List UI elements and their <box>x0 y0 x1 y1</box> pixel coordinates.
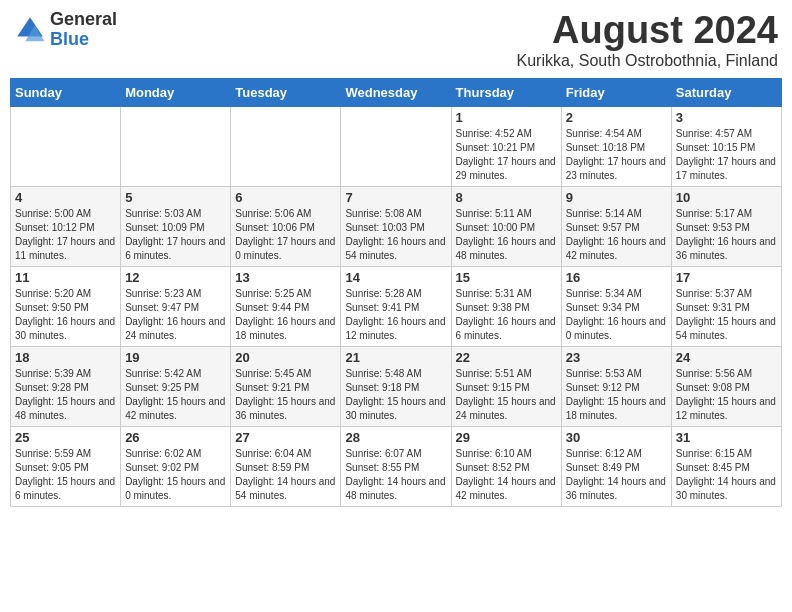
title-block: August 2024 Kurikka, South Ostrobothnia,… <box>517 10 778 70</box>
day-number: 1 <box>456 110 557 125</box>
day-number: 13 <box>235 270 336 285</box>
day-number: 12 <box>125 270 226 285</box>
weekday-header-friday: Friday <box>561 78 671 106</box>
calendar-cell: 27Sunrise: 6:04 AM Sunset: 8:59 PM Dayli… <box>231 426 341 506</box>
day-number: 19 <box>125 350 226 365</box>
calendar-week-row: 18Sunrise: 5:39 AM Sunset: 9:28 PM Dayli… <box>11 346 782 426</box>
day-info: Sunrise: 5:28 AM Sunset: 9:41 PM Dayligh… <box>345 287 446 343</box>
calendar-cell: 19Sunrise: 5:42 AM Sunset: 9:25 PM Dayli… <box>121 346 231 426</box>
day-number: 29 <box>456 430 557 445</box>
calendar-cell: 14Sunrise: 5:28 AM Sunset: 9:41 PM Dayli… <box>341 266 451 346</box>
day-info: Sunrise: 5:11 AM Sunset: 10:00 PM Daylig… <box>456 207 557 263</box>
calendar-cell: 4Sunrise: 5:00 AM Sunset: 10:12 PM Dayli… <box>11 186 121 266</box>
weekday-header-thursday: Thursday <box>451 78 561 106</box>
day-info: Sunrise: 5:59 AM Sunset: 9:05 PM Dayligh… <box>15 447 116 503</box>
day-number: 7 <box>345 190 446 205</box>
day-info: Sunrise: 5:14 AM Sunset: 9:57 PM Dayligh… <box>566 207 667 263</box>
day-info: Sunrise: 4:57 AM Sunset: 10:15 PM Daylig… <box>676 127 777 183</box>
day-info: Sunrise: 5:48 AM Sunset: 9:18 PM Dayligh… <box>345 367 446 423</box>
logo-icon <box>14 14 46 46</box>
calendar-cell: 11Sunrise: 5:20 AM Sunset: 9:50 PM Dayli… <box>11 266 121 346</box>
day-info: Sunrise: 6:02 AM Sunset: 9:02 PM Dayligh… <box>125 447 226 503</box>
day-number: 22 <box>456 350 557 365</box>
day-info: Sunrise: 5:17 AM Sunset: 9:53 PM Dayligh… <box>676 207 777 263</box>
day-number: 2 <box>566 110 667 125</box>
day-info: Sunrise: 5:23 AM Sunset: 9:47 PM Dayligh… <box>125 287 226 343</box>
calendar-cell: 9Sunrise: 5:14 AM Sunset: 9:57 PM Daylig… <box>561 186 671 266</box>
weekday-header-row: SundayMondayTuesdayWednesdayThursdayFrid… <box>11 78 782 106</box>
calendar-week-row: 4Sunrise: 5:00 AM Sunset: 10:12 PM Dayli… <box>11 186 782 266</box>
calendar-cell: 20Sunrise: 5:45 AM Sunset: 9:21 PM Dayli… <box>231 346 341 426</box>
day-number: 11 <box>15 270 116 285</box>
calendar-cell: 8Sunrise: 5:11 AM Sunset: 10:00 PM Dayli… <box>451 186 561 266</box>
day-info: Sunrise: 5:45 AM Sunset: 9:21 PM Dayligh… <box>235 367 336 423</box>
day-info: Sunrise: 6:04 AM Sunset: 8:59 PM Dayligh… <box>235 447 336 503</box>
logo-text: General Blue <box>50 10 117 50</box>
day-number: 28 <box>345 430 446 445</box>
calendar-cell <box>11 106 121 186</box>
day-info: Sunrise: 5:00 AM Sunset: 10:12 PM Daylig… <box>15 207 116 263</box>
day-number: 4 <box>15 190 116 205</box>
day-info: Sunrise: 5:51 AM Sunset: 9:15 PM Dayligh… <box>456 367 557 423</box>
calendar-week-row: 11Sunrise: 5:20 AM Sunset: 9:50 PM Dayli… <box>11 266 782 346</box>
day-number: 17 <box>676 270 777 285</box>
calendar-week-row: 25Sunrise: 5:59 AM Sunset: 9:05 PM Dayli… <box>11 426 782 506</box>
day-info: Sunrise: 6:10 AM Sunset: 8:52 PM Dayligh… <box>456 447 557 503</box>
day-info: Sunrise: 4:54 AM Sunset: 10:18 PM Daylig… <box>566 127 667 183</box>
day-number: 5 <box>125 190 226 205</box>
logo-blue: Blue <box>50 30 117 50</box>
day-number: 26 <box>125 430 226 445</box>
day-info: Sunrise: 5:39 AM Sunset: 9:28 PM Dayligh… <box>15 367 116 423</box>
day-info: Sunrise: 5:53 AM Sunset: 9:12 PM Dayligh… <box>566 367 667 423</box>
day-info: Sunrise: 6:12 AM Sunset: 8:49 PM Dayligh… <box>566 447 667 503</box>
day-number: 21 <box>345 350 446 365</box>
day-info: Sunrise: 5:56 AM Sunset: 9:08 PM Dayligh… <box>676 367 777 423</box>
location-subtitle: Kurikka, South Ostrobothnia, Finland <box>517 52 778 70</box>
day-number: 6 <box>235 190 336 205</box>
calendar-cell: 24Sunrise: 5:56 AM Sunset: 9:08 PM Dayli… <box>671 346 781 426</box>
calendar-cell: 28Sunrise: 6:07 AM Sunset: 8:55 PM Dayli… <box>341 426 451 506</box>
day-number: 24 <box>676 350 777 365</box>
day-number: 16 <box>566 270 667 285</box>
day-number: 18 <box>15 350 116 365</box>
calendar-cell: 30Sunrise: 6:12 AM Sunset: 8:49 PM Dayli… <box>561 426 671 506</box>
logo-general: General <box>50 10 117 30</box>
calendar-cell: 6Sunrise: 5:06 AM Sunset: 10:06 PM Dayli… <box>231 186 341 266</box>
day-number: 14 <box>345 270 446 285</box>
calendar-cell: 17Sunrise: 5:37 AM Sunset: 9:31 PM Dayli… <box>671 266 781 346</box>
calendar-week-row: 1Sunrise: 4:52 AM Sunset: 10:21 PM Dayli… <box>11 106 782 186</box>
calendar-cell <box>231 106 341 186</box>
page-header: General Blue August 2024 Kurikka, South … <box>10 10 782 70</box>
calendar-cell: 10Sunrise: 5:17 AM Sunset: 9:53 PM Dayli… <box>671 186 781 266</box>
calendar-cell: 7Sunrise: 5:08 AM Sunset: 10:03 PM Dayli… <box>341 186 451 266</box>
day-info: Sunrise: 5:34 AM Sunset: 9:34 PM Dayligh… <box>566 287 667 343</box>
calendar-cell: 2Sunrise: 4:54 AM Sunset: 10:18 PM Dayli… <box>561 106 671 186</box>
calendar-cell: 16Sunrise: 5:34 AM Sunset: 9:34 PM Dayli… <box>561 266 671 346</box>
weekday-header-monday: Monday <box>121 78 231 106</box>
day-info: Sunrise: 6:15 AM Sunset: 8:45 PM Dayligh… <box>676 447 777 503</box>
calendar-cell: 31Sunrise: 6:15 AM Sunset: 8:45 PM Dayli… <box>671 426 781 506</box>
calendar-cell: 3Sunrise: 4:57 AM Sunset: 10:15 PM Dayli… <box>671 106 781 186</box>
calendar-cell: 29Sunrise: 6:10 AM Sunset: 8:52 PM Dayli… <box>451 426 561 506</box>
logo: General Blue <box>14 10 117 50</box>
day-info: Sunrise: 6:07 AM Sunset: 8:55 PM Dayligh… <box>345 447 446 503</box>
day-number: 3 <box>676 110 777 125</box>
calendar-cell: 26Sunrise: 6:02 AM Sunset: 9:02 PM Dayli… <box>121 426 231 506</box>
day-number: 8 <box>456 190 557 205</box>
day-number: 10 <box>676 190 777 205</box>
day-number: 31 <box>676 430 777 445</box>
day-number: 25 <box>15 430 116 445</box>
day-info: Sunrise: 5:08 AM Sunset: 10:03 PM Daylig… <box>345 207 446 263</box>
day-info: Sunrise: 5:06 AM Sunset: 10:06 PM Daylig… <box>235 207 336 263</box>
day-number: 23 <box>566 350 667 365</box>
day-number: 9 <box>566 190 667 205</box>
day-number: 15 <box>456 270 557 285</box>
calendar-cell: 1Sunrise: 4:52 AM Sunset: 10:21 PM Dayli… <box>451 106 561 186</box>
day-number: 27 <box>235 430 336 445</box>
weekday-header-saturday: Saturday <box>671 78 781 106</box>
day-info: Sunrise: 5:03 AM Sunset: 10:09 PM Daylig… <box>125 207 226 263</box>
calendar-cell: 12Sunrise: 5:23 AM Sunset: 9:47 PM Dayli… <box>121 266 231 346</box>
day-info: Sunrise: 5:20 AM Sunset: 9:50 PM Dayligh… <box>15 287 116 343</box>
day-info: Sunrise: 5:25 AM Sunset: 9:44 PM Dayligh… <box>235 287 336 343</box>
calendar-cell: 5Sunrise: 5:03 AM Sunset: 10:09 PM Dayli… <box>121 186 231 266</box>
